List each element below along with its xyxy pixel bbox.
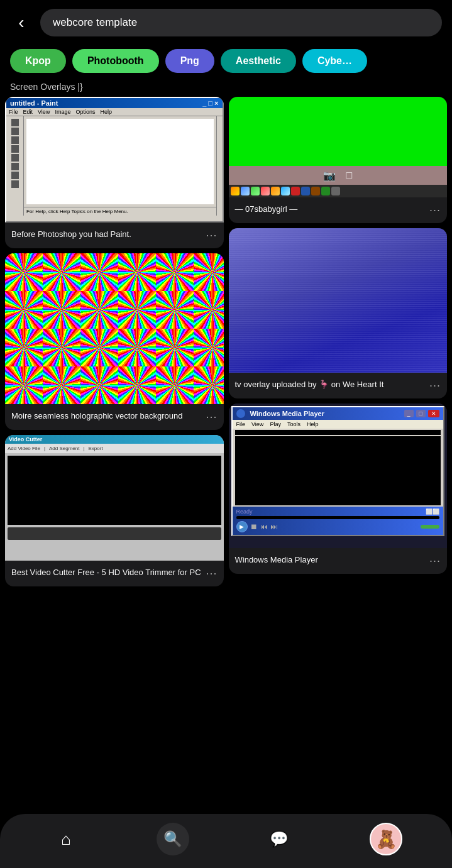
- wmp-play-button[interactable]: ▶: [236, 521, 248, 532]
- wmp-stop-button[interactable]: ⏹: [250, 522, 258, 531]
- filter-aesthetic[interactable]: Aesthetic: [221, 49, 296, 73]
- wmp-close[interactable]: ✕: [428, 410, 439, 417]
- vc-toolbar: Add Video File | Add Segment | Export: [5, 444, 224, 453]
- card-greenscreen[interactable]: 📷 □ — 07: [229, 97, 448, 223]
- wmp-minimize[interactable]: _: [404, 410, 414, 417]
- card-wmp-title-text: Windows Media Player: [235, 554, 318, 566]
- wmp-title: Windows Media Player: [250, 410, 402, 417]
- card-wmp-more[interactable]: ···: [426, 554, 441, 568]
- messages-icon: 💬: [270, 830, 289, 848]
- card-greenscreen-more[interactable]: ···: [426, 204, 441, 217]
- back-button[interactable]: ‹: [10, 13, 33, 33]
- paint-title: untitled - Paint: [10, 99, 58, 107]
- nav-home-button[interactable]: ⌂: [50, 823, 82, 855]
- filter-cyber[interactable]: Cybe…: [302, 49, 367, 73]
- card-moire[interactable]: Moire seamless holographic vector backgr…: [5, 253, 224, 430]
- search-icon: 🔍: [163, 830, 182, 848]
- home-icon: ⌂: [61, 830, 71, 849]
- vc-titlebar: Video Cutter: [5, 435, 224, 444]
- filter-png[interactable]: Png: [165, 49, 214, 73]
- card-wmp[interactable]: Windows Media Player _ □ ✕ FileViewPlayT…: [229, 404, 448, 574]
- wmp-next-button[interactable]: ⏭: [270, 522, 278, 531]
- moire-image: [5, 253, 224, 404]
- nav-search-button[interactable]: 🔍: [157, 823, 189, 855]
- wmp-image: Windows Media Player _ □ ✕ FileViewPlayT…: [229, 404, 448, 548]
- tv-image: [229, 228, 448, 373]
- card-tv[interactable]: tv overlay uploaded by 🦩 on We Heart It …: [229, 228, 448, 398]
- masonry-grid: untitled - Paint _ □ × FileEditViewImage…: [0, 97, 452, 586]
- paint-canvas: [26, 119, 214, 204]
- wmp-prev-button[interactable]: ⏮: [260, 522, 268, 531]
- search-input[interactable]: [40, 9, 442, 36]
- filter-row: Kpop Photobooth Png Aesthetic Cybe…: [0, 43, 452, 79]
- card-greenscreen-title: — 07sbabygirl —: [235, 204, 298, 215]
- card-paint[interactable]: untitled - Paint _ □ × FileEditViewImage…: [5, 97, 224, 248]
- card-tv-more[interactable]: ···: [426, 379, 441, 392]
- paint-menu: FileEditViewImageOptionsHelp: [6, 108, 223, 116]
- card-vc-title: Best Video Cutter Free - 5 HD Video Trim…: [11, 567, 201, 578]
- vc-timeline: [8, 527, 221, 540]
- card-paint-more[interactable]: ···: [202, 229, 217, 242]
- wmp-menubar: FileViewPlayToolsHelp: [233, 420, 444, 429]
- card-moire-title: Moire seamless holographic vector backgr…: [11, 410, 182, 422]
- card-moire-more[interactable]: ···: [202, 410, 217, 424]
- right-column: 📷 □ — 07: [229, 97, 448, 586]
- filter-photobooth[interactable]: Photobooth: [72, 49, 159, 73]
- section-label: Screen Overlays |}: [0, 79, 452, 97]
- greenscreen-image: 📷 □: [229, 97, 448, 197]
- wmp-status: Ready: [236, 508, 253, 515]
- paint-help: For Help, click Help Topics on the Help …: [24, 207, 216, 216]
- avatar-icon: 🧸: [375, 829, 397, 850]
- nav-messages-button[interactable]: 💬: [263, 823, 295, 855]
- paint-win-controls: _ □ ×: [202, 99, 218, 107]
- filter-kpop[interactable]: Kpop: [10, 49, 66, 73]
- paint-toolbox: [6, 116, 24, 216]
- card-vc-more[interactable]: ···: [202, 567, 217, 580]
- vc-screen: [8, 456, 221, 525]
- videocutter-image: Video Cutter Add Video File | Add Segmen…: [5, 435, 224, 561]
- wmp-volume: [421, 525, 439, 529]
- bottom-nav: ⌂ 🔍 💬 🧸: [0, 814, 452, 868]
- wmp-maximize[interactable]: □: [416, 410, 426, 417]
- card-videocutter[interactable]: Video Cutter Add Video File | Add Segmen…: [5, 435, 224, 586]
- left-column: untitled - Paint _ □ × FileEditViewImage…: [5, 97, 224, 586]
- nav-avatar[interactable]: 🧸: [370, 823, 402, 855]
- header: ‹: [0, 0, 452, 43]
- card-tv-title: tv overlay uploaded by 🦩 on We Heart It: [235, 379, 384, 390]
- paint-scrollbar: [216, 116, 223, 216]
- card-paint-title: Before Photoshop you had Paint.: [11, 229, 131, 240]
- paint-image: untitled - Paint _ □ × FileEditViewImage…: [5, 97, 224, 222]
